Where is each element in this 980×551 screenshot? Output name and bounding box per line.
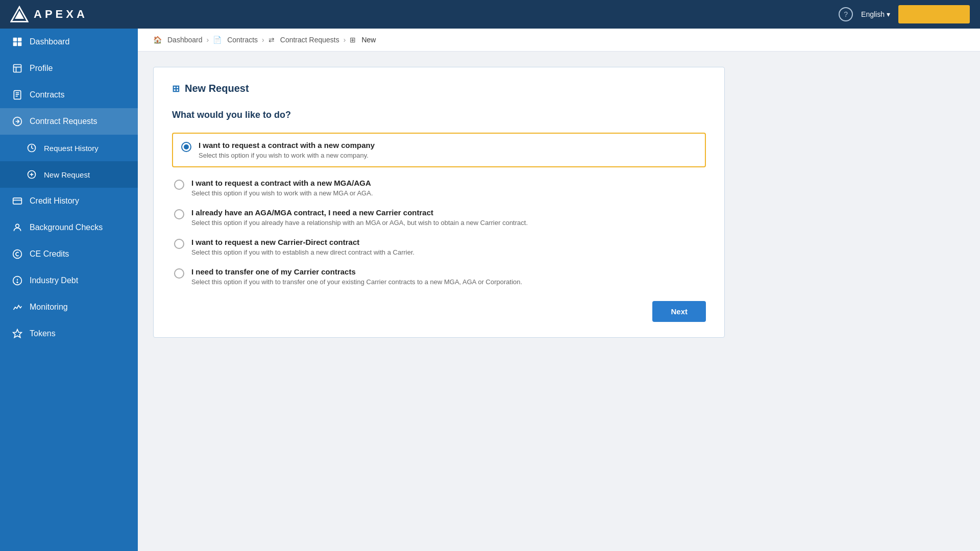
sidebar-label-industry-debt: Industry Debt bbox=[30, 276, 78, 285]
sidebar-item-credit-history[interactable]: Credit History bbox=[0, 188, 138, 214]
layout: Dashboard Profile Contracts Contract Req… bbox=[0, 29, 980, 551]
radio-title-5: I need to transfer one of my Carrier con… bbox=[191, 267, 706, 276]
new-bc-icon: ⊞ bbox=[350, 36, 356, 44]
breadcrumb-sep-2: › bbox=[262, 36, 264, 44]
help-button[interactable]: ? bbox=[839, 7, 853, 21]
svg-rect-6 bbox=[14, 65, 21, 72]
credit-history-icon bbox=[12, 196, 22, 206]
main: 🏠 Dashboard › 📄 Contracts › ⇄ Contract R… bbox=[138, 29, 980, 551]
radio-title-1: I want to request a contract with a new … bbox=[199, 141, 697, 149]
svg-rect-4 bbox=[13, 42, 17, 46]
sidebar-item-tokens[interactable]: Tokens bbox=[0, 320, 138, 347]
tokens-icon bbox=[12, 329, 22, 339]
sidebar-label-profile: Profile bbox=[30, 64, 53, 73]
sidebar-item-ce-credits[interactable]: CE Credits bbox=[0, 241, 138, 267]
sidebar-item-dashboard[interactable]: Dashboard bbox=[0, 29, 138, 55]
logo-icon bbox=[10, 5, 29, 23]
sidebar-item-request-history[interactable]: Request History bbox=[0, 135, 138, 161]
dashboard-icon bbox=[12, 37, 22, 47]
sidebar-label-request-history: Request History bbox=[44, 144, 99, 153]
radio-option-4[interactable]: I want to request a new Carrier-Direct c… bbox=[172, 238, 706, 256]
radio-desc-1: Select this option if you wish to work w… bbox=[199, 152, 697, 159]
sidebar: Dashboard Profile Contracts Contract Req… bbox=[0, 29, 138, 551]
contracts-icon bbox=[12, 90, 22, 100]
breadcrumb-contract-requests[interactable]: Contract Requests bbox=[280, 36, 339, 44]
radio-label-4: I want to request a new Carrier-Direct c… bbox=[191, 238, 706, 256]
svg-rect-18 bbox=[13, 198, 22, 204]
radio-btn-3[interactable] bbox=[174, 209, 184, 219]
new-request-sub-icon bbox=[27, 169, 37, 180]
breadcrumb-contracts[interactable]: Contracts bbox=[227, 36, 258, 44]
language-label: English bbox=[861, 10, 885, 18]
request-history-sub-icon bbox=[27, 143, 37, 153]
new-request-card: ⊞ New Request What would you like to do?… bbox=[153, 67, 725, 338]
sidebar-item-monitoring[interactable]: Monitoring bbox=[0, 294, 138, 320]
radio-title-2: I want to request a contract with a new … bbox=[191, 179, 706, 187]
radio-btn-1[interactable] bbox=[181, 142, 191, 152]
sidebar-label-credit-history: Credit History bbox=[30, 196, 79, 206]
profile-icon bbox=[12, 63, 22, 73]
contract-requests-icon bbox=[12, 116, 22, 127]
logo: APEXA bbox=[10, 5, 88, 23]
sidebar-label-tokens: Tokens bbox=[30, 329, 56, 338]
header-right: ? English ▾ bbox=[839, 5, 970, 23]
sidebar-label-ce-credits: CE Credits bbox=[30, 249, 69, 259]
radio-label-2: I want to request a contract with a new … bbox=[191, 179, 706, 197]
contract-requests-bc-icon: ⇄ bbox=[268, 36, 275, 44]
sidebar-item-contract-requests[interactable]: Contract Requests bbox=[0, 108, 138, 135]
sidebar-label-contracts: Contracts bbox=[30, 90, 64, 99]
sidebar-item-background-checks[interactable]: Background Checks bbox=[0, 214, 138, 241]
sidebar-label-monitoring: Monitoring bbox=[30, 303, 68, 312]
radio-label-1: I want to request a contract with a new … bbox=[199, 141, 697, 159]
sidebar-item-profile[interactable]: Profile bbox=[0, 55, 138, 82]
home-icon: 🏠 bbox=[153, 36, 162, 44]
radio-title-3: I already have an AGA/MGA contract, I ne… bbox=[191, 208, 706, 217]
breadcrumb-sep-3: › bbox=[344, 36, 346, 44]
sidebar-label-background-checks: Background Checks bbox=[30, 223, 103, 232]
sidebar-item-new-request[interactable]: New Request bbox=[0, 161, 138, 188]
language-dropdown-icon: ▾ bbox=[887, 10, 890, 18]
breadcrumb-sep-1: › bbox=[207, 36, 209, 44]
svg-marker-25 bbox=[13, 330, 22, 338]
sidebar-label-new-request: New Request bbox=[44, 170, 90, 179]
monitoring-icon bbox=[12, 302, 22, 312]
sidebar-item-industry-debt[interactable]: Industry Debt bbox=[0, 267, 138, 294]
industry-debt-icon bbox=[12, 276, 22, 286]
header: APEXA ? English ▾ bbox=[0, 0, 980, 29]
header-cta-button[interactable] bbox=[898, 5, 970, 23]
svg-point-24 bbox=[17, 282, 18, 283]
card-title-icon: ⊞ bbox=[172, 83, 180, 94]
content: ⊞ New Request What would you like to do?… bbox=[138, 52, 980, 551]
breadcrumb-dashboard[interactable]: Dashboard bbox=[167, 36, 203, 44]
radio-btn-5[interactable] bbox=[174, 268, 184, 279]
sidebar-label-contract-requests: Contract Requests bbox=[30, 117, 97, 126]
sidebar-item-contracts[interactable]: Contracts bbox=[0, 82, 138, 108]
ce-credits-icon bbox=[12, 249, 22, 259]
logo-text: APEXA bbox=[34, 8, 88, 21]
radio-option-5[interactable]: I need to transfer one of my Carrier con… bbox=[172, 267, 706, 286]
svg-rect-2 bbox=[13, 38, 17, 42]
language-selector[interactable]: English ▾ bbox=[861, 10, 890, 18]
radio-label-3: I already have an AGA/MGA contract, I ne… bbox=[191, 208, 706, 227]
card-header: ⊞ New Request bbox=[172, 83, 706, 94]
radio-option-3[interactable]: I already have an AGA/MGA contract, I ne… bbox=[172, 208, 706, 227]
radio-option-1[interactable]: I want to request a contract with a new … bbox=[172, 133, 706, 167]
radio-option-2[interactable]: I want to request a contract with a new … bbox=[172, 179, 706, 197]
svg-rect-5 bbox=[18, 42, 22, 46]
breadcrumb: 🏠 Dashboard › 📄 Contracts › ⇄ Contract R… bbox=[138, 29, 980, 52]
radio-label-5: I need to transfer one of my Carrier con… bbox=[191, 267, 706, 286]
radio-btn-2[interactable] bbox=[174, 180, 184, 190]
radio-desc-2: Select this option if you wish to work w… bbox=[191, 189, 706, 197]
sidebar-label-dashboard: Dashboard bbox=[30, 37, 69, 46]
card-title: New Request bbox=[185, 83, 249, 94]
next-button[interactable]: Next bbox=[652, 301, 706, 322]
svg-rect-3 bbox=[18, 38, 22, 42]
svg-point-21 bbox=[13, 250, 22, 259]
background-checks-icon bbox=[12, 222, 22, 233]
question-text: What would you like to do? bbox=[172, 110, 706, 120]
radio-desc-3: Select this option if you already have a… bbox=[191, 219, 706, 227]
radio-btn-4[interactable] bbox=[174, 239, 184, 249]
svg-point-20 bbox=[16, 224, 19, 228]
contracts-bc-icon: 📄 bbox=[213, 36, 222, 44]
radio-desc-4: Select this option if you with to establ… bbox=[191, 248, 706, 256]
